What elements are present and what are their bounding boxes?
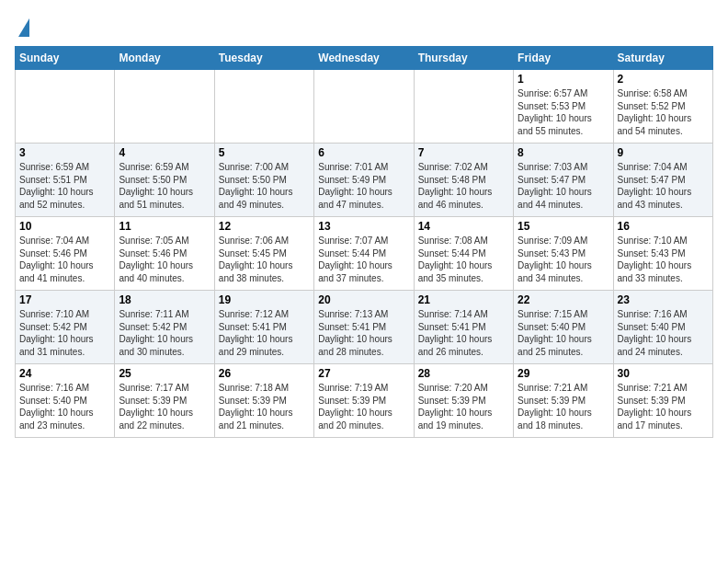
calendar-table: SundayMondayTuesdayWednesdayThursdayFrid…: [15, 46, 713, 438]
day-info: Sunrise: 7:06 AM Sunset: 5:45 PM Dayligh…: [219, 235, 310, 284]
calendar-header-friday: Friday: [514, 47, 613, 70]
day-info: Sunrise: 6:58 AM Sunset: 5:52 PM Dayligh…: [618, 87, 709, 137]
day-info: Sunrise: 7:09 AM Sunset: 5:43 PM Dayligh…: [518, 235, 609, 284]
calendar-header-monday: Monday: [115, 47, 214, 70]
calendar-cell: 18Sunrise: 7:11 AM Sunset: 5:42 PM Dayli…: [115, 291, 214, 364]
calendar-cell: [314, 70, 414, 144]
calendar-cell: 17Sunrise: 7:10 AM Sunset: 5:42 PM Dayli…: [16, 291, 115, 364]
day-info: Sunrise: 7:03 AM Sunset: 5:47 PM Dayligh…: [518, 161, 609, 211]
day-info: Sunrise: 7:19 AM Sunset: 5:39 PM Dayligh…: [318, 382, 409, 431]
calendar-cell: 23Sunrise: 7:16 AM Sunset: 5:40 PM Dayli…: [613, 291, 712, 364]
calendar-week-row: 10Sunrise: 7:04 AM Sunset: 5:46 PM Dayli…: [16, 217, 713, 291]
day-number: 20: [318, 293, 409, 306]
calendar-cell: 9Sunrise: 7:04 AM Sunset: 5:47 PM Daylig…: [613, 144, 712, 217]
calendar-cell: [214, 70, 313, 144]
calendar-cell: 25Sunrise: 7:17 AM Sunset: 5:39 PM Dayli…: [115, 364, 214, 438]
calendar-cell: 27Sunrise: 7:19 AM Sunset: 5:39 PM Dayli…: [314, 364, 414, 438]
day-number: 2: [618, 73, 709, 86]
day-info: Sunrise: 7:20 AM Sunset: 5:39 PM Dayligh…: [418, 382, 509, 431]
day-number: 12: [219, 220, 310, 233]
day-number: 5: [219, 146, 310, 159]
day-number: 30: [618, 367, 709, 380]
calendar-week-row: 17Sunrise: 7:10 AM Sunset: 5:42 PM Dayli…: [16, 291, 713, 364]
day-number: 26: [219, 367, 310, 380]
day-number: 29: [518, 367, 609, 380]
calendar-cell: 5Sunrise: 7:00 AM Sunset: 5:50 PM Daylig…: [214, 144, 313, 217]
calendar-cell: 22Sunrise: 7:15 AM Sunset: 5:40 PM Dayli…: [514, 291, 613, 364]
day-info: Sunrise: 7:01 AM Sunset: 5:49 PM Dayligh…: [318, 161, 409, 211]
day-number: 11: [119, 220, 210, 233]
day-info: Sunrise: 7:11 AM Sunset: 5:42 PM Dayligh…: [119, 308, 210, 358]
calendar-cell: 20Sunrise: 7:13 AM Sunset: 5:41 PM Dayli…: [314, 291, 414, 364]
day-number: 23: [618, 293, 709, 306]
day-info: Sunrise: 6:57 AM Sunset: 5:53 PM Dayligh…: [518, 87, 609, 137]
calendar-header-thursday: Thursday: [414, 47, 513, 70]
day-info: Sunrise: 7:00 AM Sunset: 5:50 PM Dayligh…: [219, 161, 310, 211]
page-header: [15, 15, 713, 37]
day-number: 8: [518, 146, 609, 159]
calendar-cell: 8Sunrise: 7:03 AM Sunset: 5:47 PM Daylig…: [514, 144, 613, 217]
calendar-cell: 12Sunrise: 7:06 AM Sunset: 5:45 PM Dayli…: [214, 217, 313, 291]
day-number: 18: [119, 293, 210, 306]
calendar-cell: 6Sunrise: 7:01 AM Sunset: 5:49 PM Daylig…: [314, 144, 414, 217]
day-info: Sunrise: 7:10 AM Sunset: 5:42 PM Dayligh…: [19, 308, 110, 358]
day-info: Sunrise: 7:04 AM Sunset: 5:46 PM Dayligh…: [19, 235, 110, 284]
day-number: 28: [418, 367, 509, 380]
day-info: Sunrise: 6:59 AM Sunset: 5:51 PM Dayligh…: [19, 161, 110, 211]
day-number: 4: [119, 146, 210, 159]
day-info: Sunrise: 7:16 AM Sunset: 5:40 PM Dayligh…: [618, 308, 709, 358]
day-number: 27: [318, 367, 409, 380]
day-number: 19: [219, 293, 310, 306]
day-number: 15: [518, 220, 609, 233]
calendar-cell: 19Sunrise: 7:12 AM Sunset: 5:41 PM Dayli…: [214, 291, 313, 364]
day-info: Sunrise: 7:21 AM Sunset: 5:39 PM Dayligh…: [518, 382, 609, 431]
day-info: Sunrise: 7:04 AM Sunset: 5:47 PM Dayligh…: [618, 161, 709, 211]
calendar-cell: 11Sunrise: 7:05 AM Sunset: 5:46 PM Dayli…: [115, 217, 214, 291]
calendar-week-row: 24Sunrise: 7:16 AM Sunset: 5:40 PM Dayli…: [16, 364, 713, 438]
calendar-cell: 15Sunrise: 7:09 AM Sunset: 5:43 PM Dayli…: [514, 217, 613, 291]
calendar-cell: 4Sunrise: 6:59 AM Sunset: 5:50 PM Daylig…: [115, 144, 214, 217]
calendar-cell: 30Sunrise: 7:21 AM Sunset: 5:39 PM Dayli…: [613, 364, 712, 438]
logo-triangle-icon: [18, 18, 29, 37]
calendar-cell: 29Sunrise: 7:21 AM Sunset: 5:39 PM Dayli…: [514, 364, 613, 438]
calendar-cell: 13Sunrise: 7:07 AM Sunset: 5:44 PM Dayli…: [314, 217, 414, 291]
day-number: 10: [19, 220, 110, 233]
day-info: Sunrise: 7:13 AM Sunset: 5:41 PM Dayligh…: [318, 308, 409, 358]
calendar-week-row: 3Sunrise: 6:59 AM Sunset: 5:51 PM Daylig…: [16, 144, 713, 217]
day-info: Sunrise: 7:18 AM Sunset: 5:39 PM Dayligh…: [219, 382, 310, 431]
day-info: Sunrise: 7:12 AM Sunset: 5:41 PM Dayligh…: [219, 308, 310, 358]
calendar-cell: 7Sunrise: 7:02 AM Sunset: 5:48 PM Daylig…: [414, 144, 513, 217]
day-number: 22: [518, 293, 609, 306]
calendar-cell: 21Sunrise: 7:14 AM Sunset: 5:41 PM Dayli…: [414, 291, 513, 364]
calendar-header-saturday: Saturday: [613, 47, 712, 70]
day-info: Sunrise: 7:16 AM Sunset: 5:40 PM Dayligh…: [19, 382, 110, 431]
calendar-cell: 10Sunrise: 7:04 AM Sunset: 5:46 PM Dayli…: [16, 217, 115, 291]
day-info: Sunrise: 6:59 AM Sunset: 5:50 PM Dayligh…: [119, 161, 210, 211]
logo: [15, 15, 29, 37]
day-number: 16: [618, 220, 709, 233]
calendar-header-wednesday: Wednesday: [314, 47, 414, 70]
day-info: Sunrise: 7:17 AM Sunset: 5:39 PM Dayligh…: [119, 382, 210, 431]
day-number: 3: [19, 146, 110, 159]
day-info: Sunrise: 7:05 AM Sunset: 5:46 PM Dayligh…: [119, 235, 210, 284]
calendar-cell: 26Sunrise: 7:18 AM Sunset: 5:39 PM Dayli…: [214, 364, 313, 438]
day-number: 6: [318, 146, 409, 159]
day-number: 9: [618, 146, 709, 159]
day-number: 17: [19, 293, 110, 306]
calendar-cell: 28Sunrise: 7:20 AM Sunset: 5:39 PM Dayli…: [414, 364, 513, 438]
day-info: Sunrise: 7:02 AM Sunset: 5:48 PM Dayligh…: [418, 161, 509, 211]
calendar-cell: [414, 70, 513, 144]
day-number: 1: [518, 73, 609, 86]
day-info: Sunrise: 7:21 AM Sunset: 5:39 PM Dayligh…: [618, 382, 709, 431]
day-number: 7: [418, 146, 509, 159]
day-number: 21: [418, 293, 509, 306]
day-info: Sunrise: 7:14 AM Sunset: 5:41 PM Dayligh…: [418, 308, 509, 358]
calendar-header-row: SundayMondayTuesdayWednesdayThursdayFrid…: [16, 47, 713, 70]
calendar-cell: 24Sunrise: 7:16 AM Sunset: 5:40 PM Dayli…: [16, 364, 115, 438]
day-number: 24: [19, 367, 110, 380]
day-info: Sunrise: 7:08 AM Sunset: 5:44 PM Dayligh…: [418, 235, 509, 284]
calendar-week-row: 1Sunrise: 6:57 AM Sunset: 5:53 PM Daylig…: [16, 70, 713, 144]
day-info: Sunrise: 7:07 AM Sunset: 5:44 PM Dayligh…: [318, 235, 409, 284]
calendar-cell: [115, 70, 214, 144]
day-info: Sunrise: 7:10 AM Sunset: 5:43 PM Dayligh…: [618, 235, 709, 284]
